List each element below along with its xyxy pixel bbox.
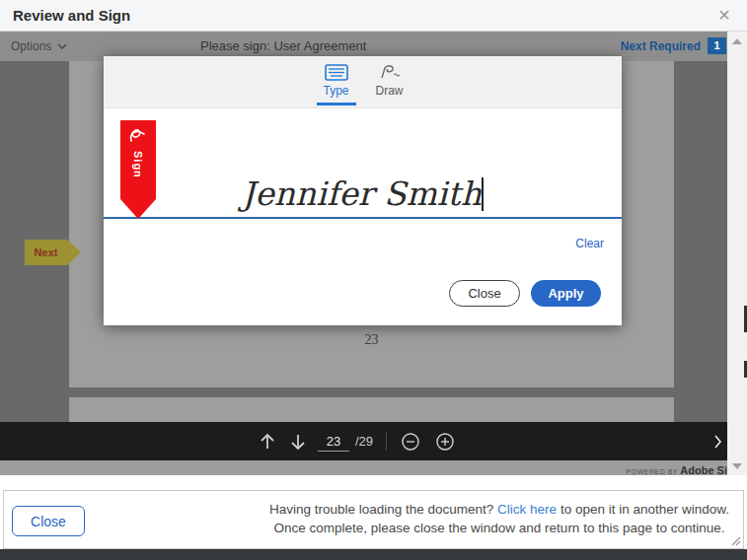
resize-handle-icon[interactable] <box>730 535 741 546</box>
page-number-label: 23 <box>69 332 674 348</box>
pen-icon <box>378 64 402 81</box>
adobe-brand-label: Adobe Si <box>680 464 727 475</box>
page-number-input[interactable] <box>318 431 349 452</box>
document-page-next <box>69 397 674 422</box>
signature-dialog-buttons: Close Apply <box>449 280 601 307</box>
powered-by-prefix: POWERED BY <box>627 468 681 475</box>
active-tab-underline <box>317 103 356 105</box>
adobe-sign-logo-icon <box>127 125 149 147</box>
footer-help-text: Having trouble loading the document? Cli… <box>269 500 729 537</box>
powered-by-strip: POWERED BY Adobe Si <box>0 460 727 475</box>
signature-dialog: Type Draw Jennifer Smith Sign <box>104 56 622 325</box>
zoom-in-icon <box>435 432 455 452</box>
chevron-right-icon <box>713 435 722 449</box>
zoom-out-button[interactable] <box>401 422 420 460</box>
next-required-count-badge: 1 <box>708 37 726 54</box>
tab-type-label: Type <box>323 84 348 98</box>
signature-close-button[interactable]: Close <box>449 280 520 307</box>
next-tag-arrow <box>67 240 81 265</box>
footer-close-button[interactable]: Close <box>12 506 85 536</box>
signature-text: Jennifer Smith <box>104 175 622 213</box>
signature-input[interactable]: Jennifer Smith <box>104 108 622 219</box>
signature-tabs: Type Draw <box>104 56 622 108</box>
window-close-icon[interactable]: ✕ <box>710 0 739 31</box>
scroll-down-icon[interactable] <box>732 463 742 469</box>
toolbar-expand-button[interactable] <box>713 422 722 460</box>
footer-help-line1: Having trouble loading the document? Cli… <box>269 500 729 519</box>
arrow-down-icon <box>289 432 307 452</box>
chevron-down-icon <box>57 43 67 49</box>
clear-signature-link[interactable]: Clear <box>575 237 604 250</box>
next-page-button[interactable] <box>289 422 307 460</box>
ribbon-sign-label: Sign <box>132 151 144 178</box>
page-total-label: /29 <box>355 422 373 460</box>
keyboard-icon <box>325 64 348 81</box>
viewer-scrollbar[interactable] <box>727 32 747 475</box>
arrow-up-icon <box>259 432 276 452</box>
options-menu[interactable]: Options <box>11 32 67 61</box>
tab-type[interactable]: Type <box>314 56 359 107</box>
zoom-in-button[interactable] <box>435 422 455 460</box>
window-title: Review and Sign <box>13 0 130 31</box>
review-and-sign-window: Review and Sign ✕ Options Please sign: U… <box>0 0 747 560</box>
signature-apply-button[interactable]: Apply <box>531 280 601 307</box>
toolbar-divider <box>386 432 387 451</box>
next-required-button[interactable]: Next Required <box>621 32 701 61</box>
adobe-sign-ribbon: Sign <box>120 120 156 219</box>
click-here-link[interactable]: Click here <box>497 502 557 517</box>
tab-draw[interactable]: Draw <box>367 56 412 107</box>
tab-draw-label: Draw <box>375 84 403 98</box>
ribbon-point <box>120 199 156 219</box>
footer-help-line2: Once complete, please close the window a… <box>269 519 729 537</box>
pdf-navigation-bar: /29 <box>0 422 727 460</box>
next-tag-label: Next <box>25 240 67 265</box>
footer-panel: Close Having trouble loading the documen… <box>3 490 744 549</box>
zoom-out-icon <box>401 432 420 452</box>
previous-page-button[interactable] <box>259 422 276 460</box>
next-field-tag[interactable]: Next <box>25 240 67 265</box>
scroll-up-icon[interactable] <box>732 38 742 44</box>
window-bottom-edge <box>0 549 747 560</box>
text-cursor <box>482 177 484 211</box>
window-titlebar: Review and Sign ✕ <box>0 0 747 32</box>
options-label: Options <box>11 39 51 53</box>
